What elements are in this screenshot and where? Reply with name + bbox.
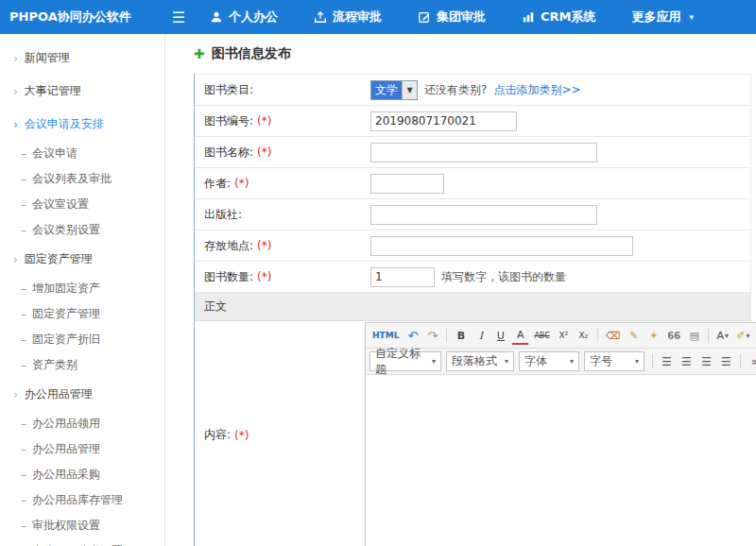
editor-content-area[interactable]	[366, 375, 756, 546]
field-label: 出版社:	[204, 207, 242, 223]
chevron-down-icon: ▼	[402, 81, 417, 99]
quantity-input[interactable]	[370, 267, 435, 287]
nav-label: 更多应用	[632, 9, 681, 26]
dash-icon: –	[21, 333, 26, 347]
sidebar-item-asset-manage[interactable]: – 固定资产管理	[0, 301, 164, 327]
field-label: 图书类目:	[204, 82, 253, 98]
main-content: ✚ 图书信息发布 图书类目: 文学 ▼ 还没有类别? 点击添加类别>>	[165, 34, 756, 546]
sidebar-item-news-mgmt[interactable]: › 新闻管理	[0, 42, 164, 75]
page-break-icon[interactable]: ▤	[685, 326, 703, 345]
nav-group-approval[interactable]: 集团审批	[418, 9, 486, 26]
font-color-button[interactable]: A	[511, 326, 529, 345]
align-justify-icon[interactable]: ☰	[717, 352, 735, 371]
user-icon	[210, 10, 223, 24]
sidebar-item-label: 会议申请	[32, 145, 77, 162]
sidebar-item-asset-mgmt[interactable]: › 固定资产管理	[0, 243, 164, 276]
form-row-code: 图书编号: (*)	[195, 106, 750, 137]
bold-button[interactable]: B	[452, 326, 470, 345]
nav-label: 流程审批	[333, 9, 382, 26]
sidebar-item-events-mgmt[interactable]: › 大事记管理	[0, 75, 164, 108]
nav-label: 集团审批	[437, 9, 486, 26]
undo-icon[interactable]: ↶	[404, 326, 421, 345]
book-name-input[interactable]	[370, 143, 597, 162]
select-label: 自定义标题	[375, 346, 431, 378]
sidebar-item-label: 办公用品采购	[32, 467, 100, 483]
remove-format-icon[interactable]: ⌫	[603, 326, 624, 345]
menu-toggle-icon[interactable]: ☰	[163, 9, 195, 26]
sidebar-item-meeting-room[interactable]: – 会议室设置	[0, 192, 164, 217]
sidebar-item-asset-add[interactable]: – 增加固定资产	[0, 276, 164, 301]
required-mark: (*)	[234, 177, 249, 190]
add-category-link[interactable]: 点击添加类别>>	[493, 82, 580, 98]
field-label: 作者:	[204, 176, 231, 192]
chevron-right-icon: ›	[13, 119, 18, 130]
nav-process-approval[interactable]: 流程审批	[314, 9, 382, 26]
sidebar-item-supplies-claim[interactable]: – 办公用品领用	[0, 411, 164, 436]
sidebar-item-meeting-list[interactable]: – 会议列表及审批	[0, 166, 164, 192]
toolbar-separator	[652, 354, 653, 368]
sidebar-item-approval-permission[interactable]: – 审批权限设置	[0, 513, 164, 538]
sidebar-item-supplies-purchase[interactable]: – 办公用品采购	[0, 462, 164, 487]
form-row-name: 图书名称: (*)	[195, 137, 750, 168]
sidebar-item-supplies-category[interactable]: – 办公用品分类设置	[0, 538, 164, 546]
chevron-right-icon: ›	[13, 389, 18, 401]
sidebar-item-supplies-stock[interactable]: – 办公用品库存管理	[0, 487, 164, 513]
subscript-button[interactable]: X₂	[575, 326, 593, 345]
sidebar-item-supplies-manage[interactable]: – 办公用品管理	[0, 436, 164, 462]
dash-icon: –	[21, 359, 26, 372]
sidebar-item-meeting-category[interactable]: – 会议类别设置	[0, 217, 164, 243]
location-input[interactable]	[370, 236, 633, 256]
form-row-author: 作者: (*)	[195, 168, 750, 199]
app-logo: PHPOA协同办公软件	[0, 9, 163, 26]
toolbar-separator	[597, 329, 598, 343]
font-size-select[interactable]: 字号 ▾	[584, 351, 644, 371]
align-center-icon[interactable]: ☰	[678, 352, 696, 371]
custom-heading-select[interactable]: 自定义标题 ▾	[369, 351, 441, 371]
sidebar-item-meeting-apply[interactable]: – 会议申请	[0, 141, 164, 166]
strikethrough-button[interactable]: ABC	[531, 326, 552, 345]
sidebar-item-label: 办公用品库存管理	[32, 492, 123, 508]
nav-more-apps[interactable]: 更多应用 ▾	[632, 9, 695, 26]
author-input[interactable]	[370, 174, 444, 194]
align-left-icon[interactable]: ☰	[658, 352, 676, 371]
clear-style-icon[interactable]: ✦	[644, 326, 662, 345]
indent-icon[interactable]: »	[746, 352, 756, 371]
required-mark: (*)	[257, 239, 271, 252]
chevron-down-icon: ▾	[725, 332, 729, 340]
sidebar-item-supplies-mgmt[interactable]: › 办公用品管理	[0, 378, 164, 411]
topbar: PHPOA协同办公软件 ☰ 个人办公 流程审批 集团审批 CRM系统 更多应用 …	[0, 0, 756, 34]
dash-icon: –	[21, 308, 26, 321]
paragraph-format-select[interactable]: 段落格式 ▾	[446, 351, 514, 371]
book-code-input[interactable]	[370, 111, 517, 131]
redo-icon[interactable]: ↷	[423, 326, 441, 345]
chevron-down-icon: ▾	[570, 357, 574, 366]
italic-button[interactable]: I	[472, 326, 490, 345]
sidebar-item-meeting-mgmt[interactable]: › 会议申请及安排	[0, 108, 164, 141]
blockquote-button[interactable]: 66	[664, 326, 683, 345]
category-select[interactable]: 文学 ▼	[370, 80, 418, 100]
sidebar-item-asset-depreciation[interactable]: – 固定资产折旧	[0, 327, 164, 352]
text-color-dropdown[interactable]: A ▾	[713, 326, 731, 345]
text-color-label: A	[716, 330, 724, 342]
format-painter-icon[interactable]: ✎	[625, 326, 643, 345]
form-row-quantity: 图书数量: (*) 填写数字，该图书的数量	[195, 262, 750, 293]
highlight-color-dropdown[interactable]: ✐ ▾	[733, 326, 752, 345]
chevron-right-icon: ›	[13, 86, 18, 97]
sidebar-item-label: 固定资产管理	[25, 251, 93, 267]
font-family-select[interactable]: 字体 ▾	[519, 351, 579, 371]
nav-crm-system[interactable]: CRM系统	[522, 9, 596, 26]
chevron-down-icon: ▾	[505, 357, 508, 366]
underline-button[interactable]: U	[491, 326, 509, 345]
superscript-button[interactable]: X²	[555, 326, 573, 345]
form-row-publisher: 出版社:	[195, 199, 750, 230]
nav-personal-office[interactable]: 个人办公	[210, 9, 278, 26]
page-title-text: 图书信息发布	[212, 45, 291, 62]
sidebar-item-asset-category[interactable]: – 资产类别	[0, 352, 164, 378]
top-nav: 个人办公 流程审批 集团审批 CRM系统 更多应用 ▾	[210, 9, 694, 26]
toolbar-separator	[446, 329, 447, 343]
html-source-button[interactable]: HTML	[369, 326, 402, 345]
publisher-input[interactable]	[370, 205, 597, 225]
form-row-content: 内容: (*) HTML ↶ ↷ B I U A ABC X²	[195, 321, 750, 546]
dash-icon: –	[21, 418, 26, 431]
align-right-icon[interactable]: ☰	[697, 352, 715, 371]
